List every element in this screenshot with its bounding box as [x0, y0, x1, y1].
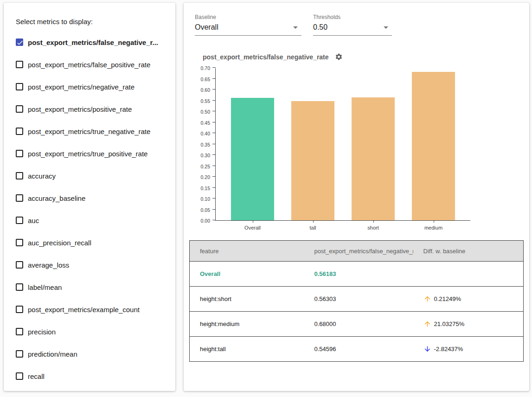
- baseline-selected-value: Overall: [195, 23, 218, 32]
- y-tick-label: 0.65: [201, 77, 210, 82]
- table-row: height:short 0.56303 0.21249%: [190, 287, 524, 312]
- y-tick-mark: [212, 111, 216, 111]
- metric-value-cell: 0.56303: [304, 287, 413, 312]
- y-tick-mark: [212, 133, 216, 133]
- metric-checkbox-item[interactable]: recall: [16, 365, 166, 387]
- metric-item-label: label/mean: [28, 283, 62, 291]
- metric-checkbox-item[interactable]: post_export_metrics/false_positive_rate: [16, 53, 166, 76]
- chevron-down-icon: [384, 26, 388, 29]
- y-tick-label: 0.70: [201, 66, 210, 70]
- metric-checkbox-item[interactable]: precision: [16, 320, 166, 343]
- metric-item-label: recall: [28, 372, 45, 380]
- metric-value-cell: 0.68000: [304, 312, 413, 337]
- up-arrow-icon: [423, 320, 431, 328]
- y-tick-label: 0.55: [201, 99, 210, 103]
- metric-item-label: prediction/mean: [28, 350, 77, 358]
- y-tick-mark: [212, 122, 216, 122]
- y-tick-label: 0.60: [201, 88, 210, 92]
- y-tick-mark: [212, 220, 216, 220]
- checkbox-icon[interactable]: [16, 83, 23, 90]
- diff-cell: 0.21249%: [423, 287, 524, 311]
- y-tick-label: 0.00: [201, 218, 210, 223]
- baseline-dropdown[interactable]: Baseline Overall: [195, 14, 301, 36]
- x-tick-mark: [373, 221, 374, 223]
- y-tick-mark: [212, 187, 216, 188]
- y-tick-mark: [212, 67, 216, 68]
- metrics-table-wrap: feature post_export_metrics/false_negati…: [189, 240, 524, 362]
- metric-checkbox-item[interactable]: auc: [16, 209, 166, 231]
- metrics-table: feature post_export_metrics/false_negati…: [189, 240, 524, 362]
- checkbox-icon[interactable]: [16, 261, 23, 269]
- baseline-label: Baseline: [195, 14, 301, 20]
- metric-item-label: auc_precision_recall: [28, 239, 91, 247]
- diff-percent-text: -2.82437%: [434, 346, 463, 352]
- checkbox-icon[interactable]: [16, 217, 23, 224]
- checkbox-icon[interactable]: [16, 283, 23, 291]
- checkbox-icon[interactable]: [16, 239, 23, 246]
- y-tick-label: 0.30: [201, 153, 210, 158]
- checkbox-icon[interactable]: [16, 128, 23, 135]
- metric-checkbox-item[interactable]: post_export_metrics/false_negative_r...: [16, 31, 166, 53]
- bar-tall[interactable]: [291, 101, 334, 220]
- metric-list: post_export_metrics/false_negative_r... …: [16, 31, 166, 387]
- metric-checkbox-item[interactable]: prediction/mean: [16, 343, 166, 365]
- diff-percent-text: 0.21249%: [434, 295, 461, 302]
- y-tick-mark: [212, 78, 216, 79]
- metric-item-label: post_export_metrics/example_count: [28, 306, 140, 314]
- x-axis-label: medium: [406, 225, 461, 231]
- metric-checkbox-item[interactable]: post_export_metrics/true_negative_rate: [16, 120, 166, 142]
- feature-cell: Overall: [190, 262, 304, 287]
- metric-checkbox-item[interactable]: label/mean: [16, 276, 166, 298]
- diff-percent-text: 21.03275%: [434, 320, 465, 327]
- thresholds-dropdown[interactable]: Thresholds 0.50: [313, 14, 392, 36]
- thresholds-selected-value: 0.50: [313, 23, 327, 32]
- metric-checkbox-item[interactable]: average_loss: [16, 254, 166, 276]
- diff-cell: -2.82437%: [423, 337, 524, 361]
- y-tick-label: 0.35: [201, 142, 210, 147]
- baseline-value-row[interactable]: Overall: [195, 22, 301, 36]
- thresholds-value-row[interactable]: 0.50: [313, 22, 392, 36]
- x-axis-label: short: [346, 225, 401, 231]
- metric-item-label: post_export_metrics/negative_rate: [28, 83, 135, 91]
- y-tick-label: 0.25: [201, 164, 210, 169]
- checkbox-icon[interactable]: [16, 61, 23, 68]
- metric-item-label: accuracy_baseline: [28, 194, 85, 202]
- metric-checkbox-item[interactable]: post_export_metrics/example_count: [16, 298, 166, 320]
- feature-cell: height:tall: [190, 337, 304, 362]
- metric-checkbox-item[interactable]: accuracy: [16, 165, 166, 187]
- checkbox-icon[interactable]: [16, 172, 23, 179]
- metric-item-label: precision: [28, 328, 56, 336]
- metric-item-label: post_export_metrics/true_negative_rate: [28, 128, 150, 135]
- diff-cell: 21.03275%: [423, 312, 524, 336]
- header-diff: Diff. w. baseline: [413, 241, 524, 262]
- metric-item-label: post_export_metrics/positive_rate: [28, 105, 132, 113]
- checkbox-icon[interactable]: [16, 350, 23, 358]
- metric-checkbox-item[interactable]: accuracy_baseline: [16, 187, 166, 209]
- table-row: Overall 0.56183: [190, 262, 524, 287]
- metric-value-cell: 0.54596: [304, 337, 413, 362]
- checkbox-icon[interactable]: [16, 372, 23, 380]
- metric-item-label: post_export_metrics/false_positive_rate: [28, 61, 150, 69]
- bar-Overall[interactable]: [231, 98, 274, 220]
- chart-title: post_export_metrics/false_negative_rate: [203, 53, 329, 61]
- metric-item-label: post_export_metrics/true_positive_rate: [28, 150, 147, 158]
- y-tick-mark: [212, 154, 216, 155]
- checkbox-icon[interactable]: [16, 105, 23, 113]
- y-tick-mark: [212, 144, 216, 144]
- checkbox-icon[interactable]: [16, 328, 23, 335]
- controls-row: Baseline Overall Thresholds 0.50: [195, 14, 518, 36]
- checkbox-icon[interactable]: [16, 150, 23, 157]
- gear-icon[interactable]: [335, 53, 343, 61]
- x-tick-mark: [253, 221, 253, 223]
- bar-short[interactable]: [352, 97, 395, 220]
- metric-checkbox-item[interactable]: post_export_metrics/positive_rate: [16, 98, 166, 120]
- table-row: height:medium 0.68000 21.03275%: [190, 312, 524, 337]
- chart-title-row: post_export_metrics/false_negative_rate: [195, 53, 518, 61]
- metric-checkbox-item[interactable]: post_export_metrics/negative_rate: [16, 76, 166, 98]
- checkbox-icon[interactable]: [16, 194, 23, 202]
- checkbox-icon[interactable]: [16, 306, 23, 313]
- metric-checkbox-item[interactable]: auc_precision_recall: [16, 231, 166, 254]
- checkbox-icon[interactable]: [16, 38, 23, 46]
- metric-checkbox-item[interactable]: post_export_metrics/true_positive_rate: [16, 142, 166, 165]
- bar-medium[interactable]: [412, 72, 455, 220]
